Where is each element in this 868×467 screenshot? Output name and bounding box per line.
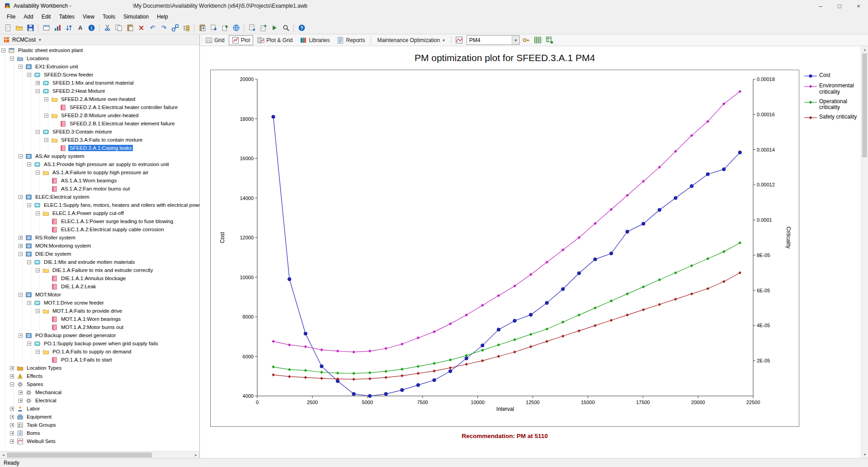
view-plot-button[interactable]: Plot [229, 35, 254, 45]
tree-item[interactable]: DIE.1:Mix and extrude molten materials [0, 258, 199, 266]
tree-item[interactable]: PO:Backup power diesel generator [0, 331, 199, 339]
view-reports-button[interactable]: Reports [334, 35, 368, 45]
scroll-up-icon[interactable]: ▲ [861, 46, 868, 53]
import-icon[interactable] [208, 23, 219, 33]
key-icon[interactable] [521, 35, 532, 46]
tree-item[interactable]: AS.1.A.1:Worn bearings [0, 176, 199, 185]
collapse-icon[interactable] [19, 195, 23, 199]
tree-item[interactable]: ELEC.1.A.1:Power surge leading to fuse b… [0, 217, 199, 225]
tree-item[interactable]: DIE.1.A.1:Annulus blockage [0, 274, 199, 282]
grid-green-icon[interactable] [533, 35, 543, 46]
expand-icon[interactable] [19, 236, 23, 240]
collapse-icon[interactable] [36, 89, 40, 93]
tree-item[interactable]: SFEED.2.B:Mixture under-heated [0, 111, 199, 119]
tree-item[interactable]: MOT.1.A.1:Worn bearings [0, 315, 199, 323]
search-icon[interactable] [280, 23, 291, 33]
collapse-icon[interactable] [36, 211, 40, 215]
tree-item[interactable]: MON:Monitoring system [0, 242, 199, 250]
expand-icon[interactable] [10, 423, 14, 427]
tree-item[interactable]: EX1:Extrusion unit [0, 62, 199, 71]
tree-item[interactable]: PO.1.A:Fails to supply on demand [0, 348, 199, 356]
tree-item[interactable]: MOT:Motor [0, 291, 199, 299]
expand-icon[interactable] [19, 244, 23, 248]
tree-item[interactable]: Labor [0, 405, 199, 413]
collapse-icon[interactable] [27, 203, 31, 207]
tree-item[interactable]: Location Types [0, 364, 199, 372]
tree-item[interactable]: SFEED.2.A.1:Electrical heater controller… [0, 103, 199, 111]
tree-item[interactable]: DIE:Die system [0, 250, 199, 258]
tree-item[interactable]: MOT.1:Drive screw feeder [0, 299, 199, 307]
report-down-icon[interactable] [246, 23, 257, 33]
tree-item[interactable]: AS.1.A:Failure to supply high pressure a… [0, 168, 199, 176]
collapse-icon[interactable] [27, 73, 31, 77]
expand-icon[interactable] [19, 391, 23, 395]
tree-item[interactable]: Boms [0, 429, 199, 437]
collapse-icon[interactable] [1, 48, 5, 52]
redo-icon[interactable]: ↷ [158, 23, 169, 33]
tree-item[interactable]: Plastic sheet extrusion plant [0, 46, 199, 54]
view-plot-grid-button[interactable]: Plot & Grid [254, 35, 296, 45]
window-icon[interactable] [41, 23, 52, 33]
tree-item[interactable]: PO.1:Supply backup power when grid suppl… [0, 339, 199, 348]
expand-icon[interactable] [10, 415, 14, 419]
expand-icon[interactable] [10, 431, 14, 435]
undo-icon[interactable]: ↶ [147, 23, 158, 33]
tree-item[interactable]: AS:Air supply system [0, 152, 199, 160]
plot-type-icon[interactable] [454, 35, 465, 46]
tree-item[interactable]: MOT.1.A:Fails to provide drive [0, 307, 199, 315]
collapse-icon[interactable] [36, 309, 40, 313]
menu-file[interactable]: File [3, 12, 19, 21]
tree-item[interactable]: AS.1:Provide high pressure air supply to… [0, 160, 199, 168]
tree-item[interactable]: ELEC:Electrical system [0, 193, 199, 201]
tree-item[interactable]: AS.1.A.2:Fan motor burns out [0, 185, 199, 193]
cut-icon[interactable] [102, 23, 113, 33]
expand-icon[interactable] [10, 439, 14, 443]
tree-item[interactable]: Equipment [0, 413, 199, 421]
tree-item[interactable]: Spares [0, 380, 199, 388]
report-up-icon[interactable] [258, 23, 269, 33]
tree-item[interactable]: ELEC.1.A.2:Electrical supply cable corro… [0, 225, 199, 234]
collapse-icon[interactable] [44, 97, 48, 101]
tree-item[interactable]: Mechanical [0, 388, 199, 396]
tree-item[interactable]: SFEED:Screw feeder [0, 71, 199, 79]
vertical-scrollbar[interactable]: ▲ ▼ [861, 46, 868, 458]
tree-item[interactable]: RS:Roller system [0, 234, 199, 242]
menu-edit[interactable]: Edit [38, 12, 55, 21]
horizontal-scrollbar[interactable]: ◄ ► [0, 451, 199, 458]
collapse-icon[interactable] [44, 114, 48, 118]
paste-icon[interactable] [124, 23, 135, 33]
minimize-icon[interactable]: – [811, 0, 830, 12]
tree-item[interactable]: Electrical [0, 396, 199, 405]
tree-item[interactable]: PO.1.A.1:Fails to start [0, 356, 199, 364]
view-libraries-button[interactable]: Libraries [297, 35, 333, 45]
sort-icon[interactable] [63, 23, 74, 33]
tree-item[interactable]: ELEC.1:Supply fans, motors, heaters and … [0, 201, 199, 209]
tree-item[interactable]: SFEED.3.A.1:Casing leaks [0, 144, 199, 152]
collapse-icon[interactable] [27, 162, 31, 167]
collapse-icon[interactable] [10, 57, 14, 61]
tree-item[interactable]: DIE.1.A.2:Leak [0, 282, 199, 291]
help-icon[interactable]: ? [296, 23, 307, 33]
expand-icon[interactable] [36, 81, 40, 85]
view-grid-button[interactable]: Grid [202, 35, 228, 45]
run-sim-icon[interactable] [269, 23, 280, 33]
collapse-icon[interactable] [27, 301, 31, 305]
menu-tools[interactable]: Tools [99, 12, 119, 21]
collapse-icon[interactable] [27, 260, 31, 264]
collapse-icon[interactable] [19, 65, 23, 69]
chart-icon[interactable] [52, 23, 63, 33]
module-selector[interactable]: RCMCost ▾ [0, 34, 199, 45]
tree-item[interactable]: MOT.1.A.2:Motor burns out [0, 323, 199, 331]
expand-icon[interactable] [10, 407, 14, 411]
tree-item[interactable]: SFEED.3.A:Fails to contain mixture [0, 136, 199, 144]
collapse-icon[interactable] [36, 130, 40, 134]
collapse-icon[interactable] [19, 252, 23, 256]
scroll-down-icon[interactable]: ▼ [861, 451, 868, 458]
menu-help[interactable]: Help [153, 12, 172, 21]
collapse-icon[interactable] [36, 350, 40, 354]
plot-selector-combo[interactable]: PM4▾ [467, 35, 520, 45]
delete-icon[interactable] [136, 23, 146, 33]
tree-item[interactable]: SFEED.2:Heat Mixture [0, 87, 199, 95]
scrollbar-track[interactable] [7, 452, 193, 458]
info-icon[interactable]: i [86, 23, 97, 33]
